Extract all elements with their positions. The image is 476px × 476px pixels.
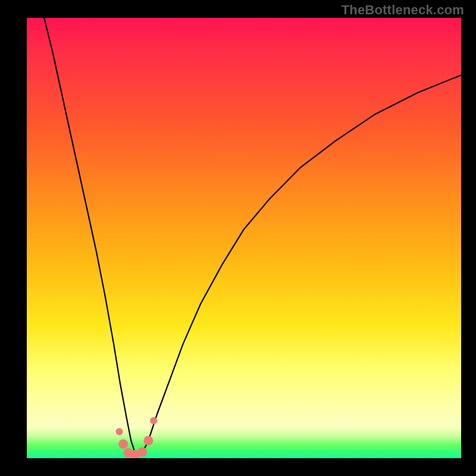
chart-frame: TheBottleneck.com <box>0 0 476 476</box>
marker-dot <box>118 439 128 449</box>
plot-area <box>27 18 461 458</box>
curve-layer <box>27 18 461 458</box>
marker-dot <box>137 447 147 457</box>
marker-dot <box>150 417 157 424</box>
marker-dot <box>116 428 123 436</box>
bottleneck-curve <box>44 18 461 454</box>
watermark-text: TheBottleneck.com <box>342 2 464 18</box>
optimal-zone-markers <box>116 417 158 458</box>
marker-dot <box>143 436 153 445</box>
